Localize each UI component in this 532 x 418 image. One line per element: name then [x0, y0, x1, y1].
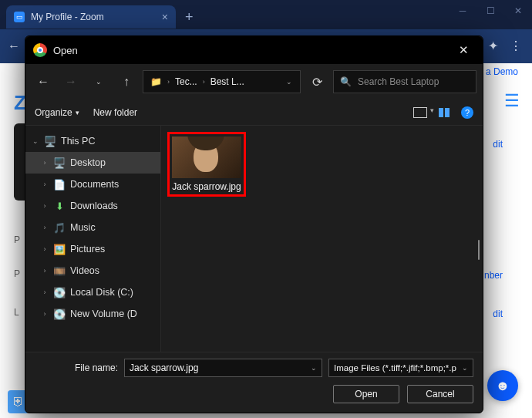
videos-icon: 🎞️: [53, 265, 66, 277]
help-fab-icon[interactable]: ☻: [487, 370, 518, 401]
search-icon: 🔍: [340, 76, 352, 87]
demo-link[interactable]: a Demo: [486, 66, 518, 77]
window-close-icon[interactable]: ✕: [504, 0, 532, 22]
drive-icon: 💽: [53, 286, 66, 298]
tree-item-pictures[interactable]: › 🖼️ Pictures: [25, 238, 160, 260]
tree-item-desktop[interactable]: › 🖥️ Desktop: [25, 152, 160, 174]
nav-recent-icon[interactable]: ⌄: [87, 70, 110, 93]
dialog-title: Open: [53, 45, 78, 56]
tab-title: My Profile - Zoom: [31, 12, 104, 22]
organize-label: Organize: [35, 107, 72, 118]
edit-link[interactable]: dit: [493, 139, 503, 150]
cancel-button[interactable]: Cancel: [407, 385, 473, 403]
filter-text: Image Files (*.tiff;*.jfif;*.bmp;*.p: [334, 363, 456, 372]
tree-label: Downloads: [70, 201, 118, 211]
browser-back-icon[interactable]: ←: [8, 39, 20, 53]
file-thumbnail: [172, 137, 241, 178]
collapse-icon[interactable]: ⌄: [32, 137, 39, 145]
view-mode-icon[interactable]: [413, 107, 427, 118]
expand-icon[interactable]: ›: [41, 267, 49, 275]
search-input[interactable]: 🔍 Search Best Laptop: [333, 70, 476, 93]
expand-icon[interactable]: ›: [41, 310, 49, 318]
expand-icon[interactable]: ›: [41, 202, 49, 210]
desktop-icon: 🖥️: [53, 157, 66, 169]
search-placeholder: Search Best Laptop: [358, 76, 439, 87]
expand-icon[interactable]: ›: [41, 288, 49, 296]
tree-label: Local Disk (C:): [70, 287, 133, 298]
pictures-icon: 🖼️: [53, 243, 66, 255]
tree-item-this-pc[interactable]: ⌄ 🖥️ This PC: [25, 130, 160, 152]
expand-icon[interactable]: ›: [41, 180, 49, 188]
downloads-icon: ⬇: [53, 200, 66, 212]
dialog-footer: File name: Jack sparrow.jpg ⌄ Image File…: [25, 352, 483, 413]
preview-pane-icon[interactable]: [438, 108, 450, 117]
nav-up-icon[interactable]: ↑: [115, 70, 138, 93]
dialog-titlebar: Open ✕: [25, 36, 483, 64]
dialog-close-icon[interactable]: ✕: [452, 43, 475, 57]
browser-titlebar: ▭ My Profile - Zoom × + ─ ☐ ✕: [0, 0, 532, 29]
pc-icon: 🖥️: [44, 135, 56, 147]
path-dropdown-icon[interactable]: ⌄: [281, 78, 297, 86]
tree-item-music[interactable]: › 🎵 Music: [25, 217, 160, 238]
expand-icon[interactable]: ›: [41, 245, 49, 253]
dialog-nav: ← → ⌄ ↑ 📁 › Tec... › Best L... ⌄ ⟳ 🔍 Sea…: [25, 64, 483, 99]
new-tab-button[interactable]: +: [185, 9, 194, 25]
chevron-right-icon: ›: [203, 78, 205, 86]
refresh-icon[interactable]: ⟳: [305, 70, 328, 93]
tree-label: Desktop: [70, 157, 106, 168]
tree-item-downloads[interactable]: › ⬇ Downloads: [25, 195, 160, 217]
file-name-input[interactable]: Jack sparrow.jpg ⌄: [124, 359, 322, 377]
nav-tree: ⌄ 🖥️ This PC › 🖥️ Desktop › 📄 Documents …: [25, 126, 161, 352]
documents-icon: 📄: [53, 178, 66, 190]
tree-label: New Volume (D: [70, 308, 137, 319]
expand-icon[interactable]: ›: [41, 159, 49, 167]
path-segment[interactable]: Tec...: [171, 75, 201, 89]
chevron-down-icon[interactable]: ⌄: [462, 364, 468, 372]
tree-label: This PC: [61, 136, 95, 147]
expand-icon[interactable]: ›: [41, 224, 49, 231]
hamburger-icon[interactable]: ☰: [504, 91, 520, 111]
window-minimize-icon[interactable]: ─: [449, 0, 476, 22]
path-bar[interactable]: 📁 › Tec... › Best L... ⌄: [143, 70, 301, 93]
window-maximize-icon[interactable]: ☐: [476, 0, 504, 22]
file-item-selected[interactable]: Jack sparrow.jpg: [167, 132, 246, 197]
zoom-favicon: ▭: [14, 12, 25, 22]
tree-item-videos[interactable]: › 🎞️ Videos: [25, 260, 160, 281]
file-type-filter[interactable]: Image Files (*.tiff;*.jfif;*.bmp;*.p ⌄: [328, 359, 473, 377]
drive-icon: 💽: [53, 308, 66, 320]
dialog-toolbar: Organize ▾ New folder ?: [25, 99, 483, 126]
file-open-dialog: Open ✕ ← → ⌄ ↑ 📁 › Tec... › Best L... ⌄ …: [25, 35, 483, 413]
folder-icon: 📁: [146, 75, 166, 89]
tree-item-documents[interactable]: › 📄 Documents: [25, 174, 160, 195]
bg-label: P: [14, 234, 20, 245]
edit-link[interactable]: nber: [484, 270, 503, 281]
tree-item-new-volume[interactable]: › 💽 New Volume (D: [25, 303, 160, 325]
tree-label: Music: [70, 222, 96, 233]
help-icon[interactable]: ?: [461, 106, 473, 119]
tree-item-local-disk[interactable]: › 💽 Local Disk (C:): [25, 281, 160, 303]
scrollbar[interactable]: [478, 240, 480, 260]
chevron-down-icon: ▾: [76, 109, 79, 116]
browser-menu-icon[interactable]: ⋮: [509, 39, 523, 52]
bg-label: L: [14, 307, 19, 318]
organize-button[interactable]: Organize ▾: [35, 107, 79, 118]
file-pane[interactable]: Jack sparrow.jpg: [161, 126, 483, 352]
file-name-value: Jack sparrow.jpg: [130, 362, 198, 373]
tree-label: Videos: [70, 265, 99, 276]
nav-back-icon[interactable]: ←: [32, 70, 55, 93]
new-folder-button[interactable]: New folder: [93, 107, 137, 118]
bg-label: P: [14, 268, 20, 279]
file-name-label: Jack sparrow.jpg: [172, 181, 241, 192]
open-button[interactable]: Open: [333, 385, 399, 403]
music-icon: 🎵: [53, 221, 66, 234]
path-segment[interactable]: Best L...: [207, 75, 248, 89]
chevron-down-icon[interactable]: ⌄: [311, 364, 317, 372]
close-tab-icon[interactable]: ×: [162, 11, 168, 23]
edit-link[interactable]: dit: [493, 308, 503, 319]
chevron-right-icon: ›: [167, 78, 170, 86]
nav-forward-icon: →: [59, 70, 82, 93]
extensions-icon[interactable]: ✦: [486, 39, 500, 52]
browser-tab[interactable]: ▭ My Profile - Zoom ×: [6, 5, 176, 29]
file-name-label: File name:: [35, 362, 118, 373]
tree-label: Documents: [70, 179, 119, 190]
